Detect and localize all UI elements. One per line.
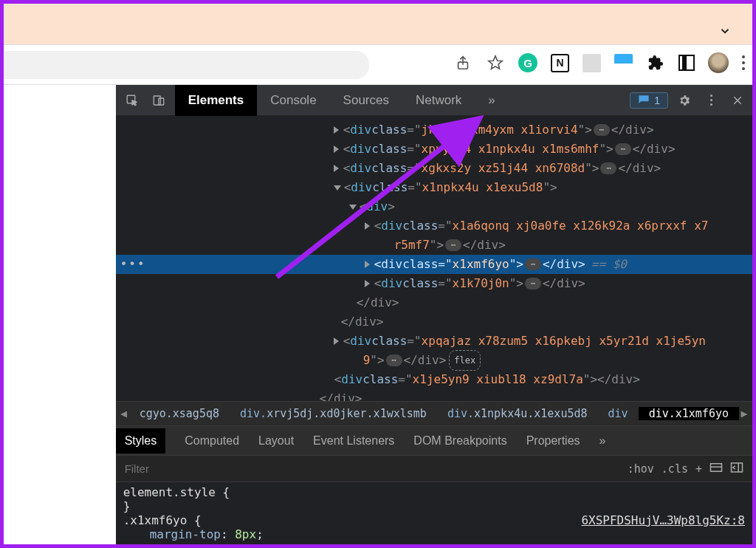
- dom-line[interactable]: <div class="x1je5yn9 xiubl18 xz9dl7a"></…: [116, 370, 752, 389]
- source-link[interactable]: 6XSPFDSHujV…3Wp8lg5Kz:8: [581, 513, 745, 527]
- devtools-more-icon[interactable]: [701, 90, 721, 111]
- dom-line[interactable]: <div class="x1a6qonq xj0a0fe x126k92a x6…: [116, 216, 752, 236]
- issues-count: 1: [654, 95, 660, 106]
- devtools-panel: Elements Console Sources Network » 1: [116, 85, 752, 544]
- hov-toggle[interactable]: :hov: [628, 462, 654, 476]
- page-content-pane: [4, 85, 116, 544]
- tab-sources[interactable]: Sources: [330, 85, 402, 116]
- svg-rect-3: [154, 96, 160, 105]
- svg-marker-1: [489, 56, 502, 69]
- styles-tab-styles[interactable]: Styles: [116, 428, 166, 453]
- styles-tab-eventlisteners[interactable]: Event Listeners: [313, 434, 394, 448]
- crumb-1[interactable]: div.xrvj5dj.xd0jker.x1wxlsmb: [230, 407, 437, 420]
- styles-rules[interactable]: element.style { } .x1xmf6yo { 6XSPFDSHuj…: [116, 482, 752, 544]
- dom-line[interactable]: <div class="x1npkx4u x1exu5d8">: [116, 178, 752, 197]
- element-style-block: element.style {: [123, 485, 745, 499]
- omnibox[interactable]: [4, 51, 369, 79]
- dom-line[interactable]: r5mf7">⋯</div>: [116, 236, 752, 255]
- dom-tree[interactable]: <div class="jkxs2y xm4yxm x1iorvi4">⋯</d…: [116, 116, 752, 401]
- notification-banner: [4, 4, 752, 44]
- dom-line[interactable]: </div>: [116, 312, 752, 332]
- close-brace: }: [123, 499, 745, 513]
- settings-gear-icon[interactable]: [674, 90, 695, 111]
- crumb-4[interactable]: div.x1xmf6yo: [639, 407, 739, 420]
- computed-styles-icon[interactable]: [709, 462, 723, 476]
- tabs-overflow-icon[interactable]: »: [475, 85, 508, 116]
- chevron-down-icon[interactable]: [718, 24, 732, 41]
- devtools-header: Elements Console Sources Network » 1: [116, 85, 752, 116]
- dom-line[interactable]: <div class="xpvyfi4 x1npkx4u x1ms6mhf">⋯…: [116, 140, 752, 159]
- share-icon[interactable]: [453, 53, 472, 72]
- issues-badge[interactable]: 1: [630, 92, 668, 109]
- dom-line[interactable]: <div class="xpqajaz x78zum5 x16pkebj x5y…: [116, 332, 752, 351]
- styles-tab-computed[interactable]: Computed: [185, 434, 239, 448]
- styles-filter-row: :hov .cls +: [116, 456, 752, 482]
- inspect-element-icon[interactable]: [120, 89, 144, 112]
- tab-elements[interactable]: Elements: [175, 85, 258, 116]
- dom-line[interactable]: </div>: [116, 293, 752, 312]
- crumb-2[interactable]: div.x1npkx4u.x1exu5d8: [437, 407, 598, 420]
- profile-avatar[interactable]: [708, 52, 729, 73]
- dom-line[interactable]: </div>: [116, 389, 752, 401]
- browser-toolbar: G N: [4, 44, 752, 85]
- rule-selector-line: .x1xmf6yo { 6XSPFDSHujV…3Wp8lg5Kz:8: [123, 513, 745, 527]
- styles-tab-properties[interactable]: Properties: [526, 434, 580, 448]
- toggle-sidebar-icon[interactable]: [730, 462, 743, 476]
- styles-filter-input[interactable]: [125, 462, 620, 475]
- bookmark-star-icon[interactable]: [486, 53, 505, 72]
- dom-line[interactable]: 9">⋯</div>flex: [116, 351, 752, 370]
- styles-tab-layout[interactable]: Layout: [258, 434, 294, 448]
- tab-console[interactable]: Console: [257, 85, 329, 116]
- new-style-rule-icon[interactable]: +: [695, 462, 702, 476]
- extension-icon-2[interactable]: [614, 54, 633, 72]
- cls-toggle[interactable]: .cls: [662, 462, 688, 476]
- svg-rect-4: [159, 98, 164, 105]
- grammarly-extension-icon[interactable]: G: [518, 53, 537, 72]
- styles-tabs-overflow-icon[interactable]: »: [599, 434, 606, 448]
- crumb-0[interactable]: cgyo.xsag5q8: [129, 407, 230, 420]
- dom-line[interactable]: •••<div class="x1xmf6yo">⋯</div> == $0: [116, 255, 752, 274]
- dom-line[interactable]: <div>: [116, 197, 752, 216]
- devtools-close-icon[interactable]: [727, 90, 748, 111]
- devtools-tabs: Elements Console Sources Network »: [175, 85, 509, 116]
- tab-network[interactable]: Network: [402, 85, 475, 116]
- dom-breadcrumb[interactable]: ◀ cgyo.xsag5q8 div.xrvj5dj.xd0jker.x1wxl…: [116, 401, 752, 426]
- dom-line[interactable]: <div class="xgkxs2y xz51j44 xn6708d">⋯</…: [116, 159, 752, 178]
- notion-extension-icon[interactable]: N: [551, 54, 569, 72]
- side-panel-icon[interactable]: [678, 55, 695, 71]
- extensions-puzzle-icon[interactable]: [646, 53, 665, 72]
- styles-tab-dombreakpoints[interactable]: DOM Breakpoints: [413, 434, 506, 448]
- dom-line[interactable]: <div class="jkxs2y xm4yxm x1iorvi4">⋯</d…: [116, 120, 752, 140]
- crumb-scroll-left-icon[interactable]: ◀: [119, 407, 129, 420]
- crumb-3[interactable]: div: [598, 407, 639, 420]
- extension-icon-1[interactable]: [583, 54, 601, 72]
- device-toggle-icon[interactable]: [147, 89, 171, 112]
- browser-menu-icon[interactable]: [742, 55, 745, 70]
- css-declaration[interactable]: margin-top: 8px;: [123, 527, 745, 541]
- styles-panel-tabs: Styles Computed Layout Event Listeners D…: [116, 426, 752, 456]
- crumb-scroll-right-icon[interactable]: ▶: [739, 407, 749, 420]
- dom-line[interactable]: <div class="x1k70j0n">⋯</div>: [116, 274, 752, 293]
